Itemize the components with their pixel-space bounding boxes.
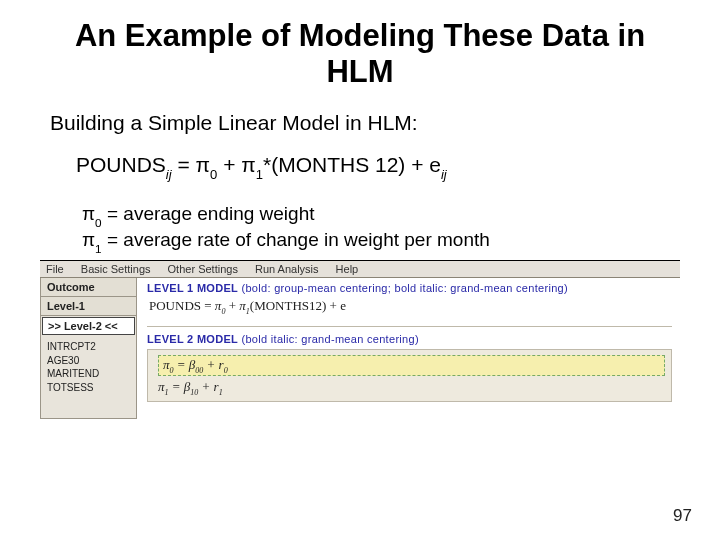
l1-eq-mid: + xyxy=(225,298,239,313)
menu-other-settings[interactable]: Other Settings xyxy=(168,263,238,275)
menu-file[interactable]: File xyxy=(46,263,64,275)
def1-text: = average ending weight xyxy=(102,203,315,224)
level1-heading-bold: LEVEL 1 MODEL xyxy=(147,282,238,294)
eq-lhs-sub: ij xyxy=(166,167,172,182)
menu-help[interactable]: Help xyxy=(336,263,359,275)
level1-heading-rest: (bold: group-mean centering; bold italic… xyxy=(238,282,568,294)
level1-heading: LEVEL 1 MODEL (bold: group-mean centerin… xyxy=(147,282,672,294)
sidebar-outcome-button[interactable]: Outcome xyxy=(41,278,136,297)
slide: An Example of Modeling These Data in HLM… xyxy=(0,0,720,540)
sidebar: Outcome Level-1 >> Level-2 << INTRCPT2 A… xyxy=(40,278,137,419)
main-panel: LEVEL 1 MODEL (bold: group-mean centerin… xyxy=(137,278,680,419)
sidebar-level1-button[interactable]: Level-1 xyxy=(41,297,136,316)
definitions: π0 = average ending weight π1 = average … xyxy=(82,202,696,254)
slide-title: An Example of Modeling These Data in HLM xyxy=(64,18,656,89)
eq-lhs: POUNDS xyxy=(76,153,166,176)
def1-pi: π xyxy=(82,203,95,224)
app-body: Outcome Level-1 >> Level-2 << INTRCPT2 A… xyxy=(40,278,680,419)
l2r1-rs: 0 xyxy=(224,365,228,374)
level2-heading-bold: LEVEL 2 MODEL xyxy=(147,333,238,345)
eq-rhs-sub: ij xyxy=(441,167,447,182)
var-age30[interactable]: AGE30 xyxy=(47,354,130,368)
var-totsess[interactable]: TOTSESS xyxy=(47,381,130,395)
l2r2-mid: = β xyxy=(169,379,191,394)
l2r2-rs: 1 xyxy=(219,388,223,397)
var-intrcpt2[interactable]: INTRCPT2 xyxy=(47,340,130,354)
def2-pi: π xyxy=(82,229,95,250)
sidebar-level2-button[interactable]: >> Level-2 << xyxy=(42,317,135,335)
variable-list: INTRCPT2 AGE30 MARITEND TOTSESS xyxy=(41,336,136,418)
eq-sub0: 0 xyxy=(210,167,217,182)
menu-basic-settings[interactable]: Basic Settings xyxy=(81,263,151,275)
hlm-app-window: File Basic Settings Other Settings Run A… xyxy=(40,260,680,419)
l2r1-end: + r xyxy=(203,357,223,372)
level2-eq-row-2[interactable]: π1 = β10 + r1 xyxy=(158,377,665,399)
menu-run-analysis[interactable]: Run Analysis xyxy=(255,263,319,275)
def-line-2: π1 = average rate of change in weight pe… xyxy=(82,228,696,254)
l1-eq-b: (MONTHS12) + e xyxy=(250,298,346,313)
def-line-1: π0 = average ending weight xyxy=(82,202,696,228)
divider xyxy=(147,326,672,327)
eq-rhs: *(MONTHS 12) + e xyxy=(263,153,441,176)
level2-eq-row-1[interactable]: π0 = β00 + r0 xyxy=(158,355,665,377)
l1-eq-a: POUNDS = xyxy=(149,298,215,313)
page-number: 97 xyxy=(673,506,692,526)
eq-part1: = π xyxy=(172,153,210,176)
level1-equation-text: POUNDSij = π0 + π1*(MONTHS 12) + eij xyxy=(76,153,696,180)
def1-sub: 0 xyxy=(95,216,102,229)
eq-plus: + π xyxy=(217,153,255,176)
eq-sub1: 1 xyxy=(256,167,263,182)
level2-heading-rest: (bold italic: grand-mean centering) xyxy=(238,333,419,345)
l2r1-mid: = β xyxy=(174,357,196,372)
level2-heading: LEVEL 2 MODEL (bold italic: grand-mean c… xyxy=(147,333,672,345)
level2-equation-area: π0 = β00 + r0 π1 = β10 + r1 xyxy=(147,349,672,402)
menu-bar: File Basic Settings Other Settings Run A… xyxy=(40,261,680,278)
slide-subtitle: Building a Simple Linear Model in HLM: xyxy=(50,111,696,135)
def2-text: = average rate of change in weight per m… xyxy=(102,229,490,250)
level1-model-equation: POUNDS = π0 + π1(MONTHS12) + e xyxy=(149,298,672,316)
def2-sub: 1 xyxy=(95,242,102,255)
l2r2-end: + r xyxy=(198,379,218,394)
var-maritend[interactable]: MARITEND xyxy=(47,367,130,381)
